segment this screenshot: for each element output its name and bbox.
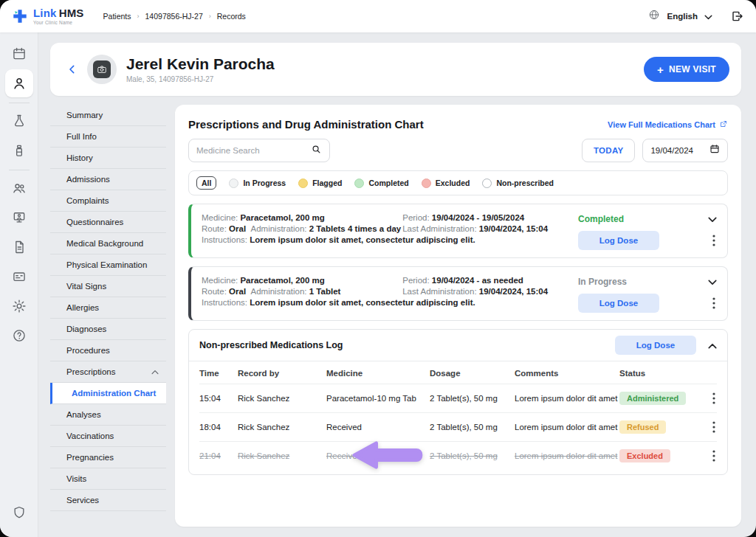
breadcrumb-separator: › — [209, 13, 211, 20]
menu-item-procedures[interactable]: Procedures — [50, 340, 166, 361]
lab-icon[interactable] — [5, 107, 33, 135]
medicine-search-input[interactable] — [196, 146, 311, 155]
cell-record-by: Rick Sanchez — [238, 423, 326, 432]
medicine-value: Paracetamol, 200 mg — [240, 213, 324, 222]
breadcrumb-patient-id[interactable]: 14097856-HJ-27 — [145, 12, 203, 21]
annotation-arrow — [347, 439, 425, 473]
filter-all[interactable]: All — [196, 176, 216, 190]
menu-item-visits[interactable]: Visits — [50, 468, 166, 490]
new-visit-button[interactable]: + NEW VISIT — [644, 57, 729, 82]
workstation-icon[interactable] — [5, 204, 33, 232]
logout-icon[interactable] — [731, 10, 744, 23]
kebab-menu-icon[interactable] — [711, 233, 717, 248]
menu-item-administration-chart[interactable]: Administration Chart — [50, 383, 166, 404]
menu-item-history[interactable]: History — [50, 148, 166, 169]
external-link-icon — [719, 119, 728, 130]
records-icon[interactable] — [5, 263, 33, 291]
medicine-search[interactable] — [188, 139, 330, 162]
status-badge: Refused — [619, 420, 666, 434]
camera-icon — [93, 60, 111, 78]
view-full-medications-link[interactable]: View Full Medications Chart — [608, 119, 728, 130]
table-row: 15:04 Rick Sanchez Paracetamol-10 mg Tab… — [199, 384, 717, 413]
menu-item-diagnoses[interactable]: Diagnoses — [50, 319, 166, 340]
cell-time: 18:04 — [199, 423, 238, 432]
menu-item-physical-examination[interactable]: Physical Examination — [50, 254, 166, 276]
cell-comments: Lorem ipsum dolor dit amet — [515, 394, 619, 403]
chevron-down-icon[interactable] — [708, 275, 717, 288]
menu-item-allergies[interactable]: Allergies — [50, 297, 166, 319]
brand-logo[interactable]: LinkHMS Your Clinic Name — [12, 7, 84, 26]
breadcrumb-separator: › — [137, 13, 140, 20]
today-button[interactable]: TODAY — [582, 139, 636, 162]
patient-name: Jerel Kevin Parocha — [126, 55, 275, 73]
date-picker[interactable]: 19/04/2024 — [642, 139, 728, 162]
help-icon[interactable] — [5, 322, 33, 350]
log-dose-button[interactable]: Log Dose — [578, 294, 659, 313]
last-administration-value: 19/04/2024, 15:04 — [479, 287, 548, 296]
kebab-menu-icon[interactable] — [711, 296, 717, 311]
pharmacy-icon[interactable] — [5, 136, 33, 164]
flagged-dot — [298, 179, 308, 188]
cell-time: 21:04 — [199, 451, 238, 460]
chevron-up-icon[interactable] — [708, 339, 717, 352]
back-button[interactable] — [62, 59, 83, 80]
cell-dosage: 2 Tablet(s), 50 mg — [430, 451, 515, 460]
kebab-menu-icon[interactable] — [711, 391, 717, 406]
chevron-down-icon[interactable] — [708, 212, 717, 226]
patient-menu: Summary Full Info History Admissions Com… — [50, 105, 166, 527]
kebab-menu-icon[interactable] — [711, 448, 717, 463]
route-value: Oral — [229, 287, 246, 296]
breadcrumb-records[interactable]: Records — [217, 12, 246, 21]
cell-record-by: Rick Sanchez — [238, 451, 326, 460]
security-icon[interactable] — [5, 499, 33, 527]
log-dose-button[interactable]: Log Dose — [578, 231, 659, 250]
patients-icon[interactable] — [5, 69, 33, 97]
search-icon[interactable] — [311, 144, 322, 158]
non-prescribed-log: Non-prescribed Medications Log Log Dose … — [188, 329, 728, 475]
appointments-icon[interactable] — [5, 40, 33, 68]
calendar-icon[interactable] — [709, 144, 720, 157]
chevron-down-icon[interactable] — [704, 10, 712, 23]
breadcrumb-patients[interactable]: Patients — [103, 12, 131, 21]
completed-dot — [354, 179, 364, 188]
non-prescribed-title: Non-prescribed Medications Log — [199, 340, 343, 350]
cell-dosage: 2 Tablet(s), 50 mg — [430, 394, 515, 403]
menu-item-vaccinations[interactable]: Vaccinations — [50, 426, 166, 447]
cell-dosage: 2 Tablet(s), 50 mg — [430, 423, 515, 432]
status-filter-bar: All In Progress Flagged Completed Exclud… — [188, 170, 728, 195]
topbar-right: English — [648, 9, 744, 24]
page-title: Prescriptions and Drug Administration Ch… — [188, 118, 424, 131]
medications-table: Time Record by Medicine Dosage Comments … — [189, 361, 727, 474]
filter-flagged[interactable]: Flagged — [298, 179, 342, 188]
settings-icon[interactable] — [5, 292, 33, 320]
menu-item-vital-signs[interactable]: Vital Signs — [50, 276, 166, 297]
filter-excluded[interactable]: Excluded — [422, 179, 470, 188]
staff-icon[interactable] — [5, 174, 33, 202]
menu-item-summary[interactable]: Summary — [50, 105, 166, 126]
status-badge: Administered — [619, 392, 686, 405]
filter-completed[interactable]: Completed — [354, 179, 408, 188]
menu-item-complaints[interactable]: Complaints — [50, 190, 166, 212]
menu-item-admissions[interactable]: Admissions — [50, 169, 166, 190]
menu-item-analyses[interactable]: Analyses — [50, 404, 166, 426]
chevron-up-icon — [151, 370, 159, 375]
table-header: Time Record by Medicine Dosage Comments … — [199, 361, 717, 384]
menu-item-questionnaires[interactable]: Questionnaires — [50, 212, 166, 233]
administration-value: 2 Tablets 4 times a day — [309, 224, 401, 233]
menu-item-pregnancies[interactable]: Pregnancies — [50, 447, 166, 468]
globe-icon — [648, 9, 660, 24]
language-selector[interactable]: English — [667, 12, 698, 21]
log-dose-button[interactable]: Log Dose — [615, 336, 696, 355]
menu-item-prescriptions[interactable]: Prescriptions — [50, 361, 166, 383]
patient-header: Jerel Kevin Parocha Male, 35, 14097856-H… — [50, 43, 741, 96]
cell-record-by: Rick Sanchez — [238, 394, 326, 403]
patient-meta: Male, 35, 14097856-HJ-27 — [126, 75, 275, 83]
documents-icon[interactable] — [5, 233, 33, 261]
menu-item-full-info[interactable]: Full Info — [50, 126, 166, 148]
filter-non-prescribed[interactable]: Non-prescribed — [482, 179, 554, 188]
filter-in-progress[interactable]: In Progress — [229, 179, 286, 188]
menu-item-medical-background[interactable]: Medical Background — [50, 233, 166, 254]
patient-avatar[interactable] — [87, 55, 117, 84]
kebab-menu-icon[interactable] — [711, 420, 717, 434]
menu-item-services[interactable]: Services — [50, 490, 166, 511]
